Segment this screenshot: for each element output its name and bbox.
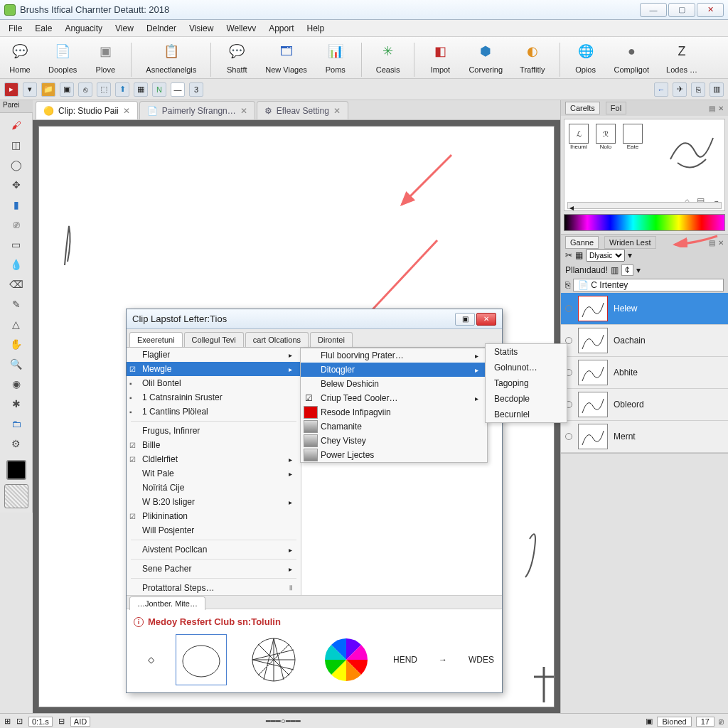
tb-icon[interactable]: 📁 bbox=[41, 82, 55, 97]
zoom-tool-icon[interactable]: 🔍 bbox=[8, 356, 25, 372]
dialog-bottom-tab[interactable]: …Jontber. Mite… bbox=[127, 595, 502, 609]
layer-item[interactable]: Oachain bbox=[561, 325, 728, 357]
ribbon-button[interactable]: ◧Impot bbox=[426, 40, 454, 77]
status-icon[interactable]: ⊡ bbox=[16, 717, 23, 726]
layer-item[interactable]: Helew bbox=[561, 293, 728, 325]
submenu-item[interactable]: ☑Criup Teed Cooler…▸ bbox=[301, 391, 487, 405]
panel-tab[interactable]: Fol bbox=[606, 102, 626, 114]
layer-item[interactable]: Mernt bbox=[561, 421, 728, 453]
tb-icon[interactable]: ⬆ bbox=[115, 82, 129, 97]
dialog-tab[interactable]: Dirontei bbox=[310, 332, 353, 347]
flyout-item[interactable]: Tagoping bbox=[486, 375, 567, 391]
submenu-item[interactable]: Belew Deshicin bbox=[301, 377, 487, 391]
dialog-restore-button[interactable]: ▣ bbox=[455, 313, 475, 326]
menu-item[interactable]: ☑Cldlelrfiet▸ bbox=[127, 452, 301, 466]
menu-item[interactable]: ☑Plikinination bbox=[127, 509, 301, 523]
submenu-item[interactable]: Power Ljectes bbox=[301, 448, 487, 462]
shape-tool-icon[interactable]: △ bbox=[8, 316, 25, 332]
menu-delnder[interactable]: Delnder bbox=[141, 22, 182, 35]
layer-item[interactable]: Obleord bbox=[561, 389, 728, 421]
submenu-item[interactable]: Resode Infipagviin bbox=[301, 405, 487, 419]
tb-icon[interactable]: N bbox=[152, 82, 166, 97]
tb-icon[interactable]: ⎋ bbox=[78, 82, 92, 97]
ribbon-button[interactable]: 📋Asnectlanelgis bbox=[143, 40, 199, 77]
submenu-item[interactable]: Flul boorving Prater…▸ bbox=[301, 348, 487, 363]
text-tool-icon[interactable]: ⎚ bbox=[8, 217, 25, 232]
dialog-close-button[interactable]: ✕ bbox=[476, 313, 496, 326]
preview-swatch[interactable]: ℒ bbox=[569, 124, 589, 144]
filter-input[interactable]: 📄 C Irtentey bbox=[573, 279, 724, 291]
tab-close-icon[interactable]: ✕ bbox=[123, 106, 130, 116]
hand-tool-icon[interactable]: ✋ bbox=[8, 336, 25, 352]
submenu-item[interactable]: Chey Vistey bbox=[301, 434, 487, 448]
color-fg-icon[interactable] bbox=[6, 460, 26, 480]
status-icon[interactable]: ⊟ bbox=[58, 717, 65, 726]
menu-item[interactable]: ▪1 Cantlins Plöleal bbox=[127, 405, 301, 419]
ribbon-button[interactable]: ⬢Corvering bbox=[466, 40, 505, 77]
menu-anguacity[interactable]: Anguacity bbox=[59, 22, 108, 35]
menu-item[interactable]: Frugus, Infinrer bbox=[127, 424, 301, 438]
menu-item[interactable]: ▪Olil Bontel bbox=[127, 376, 301, 390]
ribbon-button[interactable]: ✳Ceasis bbox=[373, 40, 403, 77]
ribbon-button[interactable]: 🗔New Viages bbox=[262, 40, 310, 77]
status-value[interactable]: 17 bbox=[696, 717, 714, 727]
tb-icon[interactable]: 3 bbox=[189, 82, 203, 97]
settings-tool-icon[interactable]: ⚙ bbox=[8, 436, 25, 451]
dialog-tab[interactable]: Collegul Tevi bbox=[184, 332, 244, 347]
zoom-field[interactable]: 0:1.s bbox=[28, 717, 53, 727]
filter-icon[interactable]: ⎘ bbox=[565, 280, 570, 290]
eraser-tool-icon[interactable]: ⌫ bbox=[8, 277, 25, 292]
oval-preview[interactable] bbox=[176, 634, 227, 685]
nav-back-icon[interactable]: ← bbox=[654, 82, 668, 97]
menu-item[interactable]: Aivstent Pocllcan▸ bbox=[127, 542, 301, 557]
ribbon-button[interactable]: ◐Traffitly bbox=[517, 40, 547, 77]
tab-close-icon[interactable]: ✕ bbox=[333, 106, 341, 116]
panel-tab[interactable]: Carelts bbox=[565, 102, 600, 114]
status-icon[interactable]: ⊞ bbox=[4, 717, 11, 726]
colorwheel-preview[interactable] bbox=[321, 634, 372, 685]
panel-tab[interactable]: Wriden Lest bbox=[604, 236, 656, 249]
tb-icon[interactable]: ▾ bbox=[23, 82, 37, 97]
canvas-viewport[interactable]: Clip Lapstof Lefter:Tios ▣ ✕ Exeeretuni … bbox=[33, 120, 560, 713]
texture-swatch-icon[interactable] bbox=[4, 484, 28, 508]
menu-view[interactable]: View bbox=[109, 22, 139, 35]
ribbon-button[interactable]: 📊Poms bbox=[321, 40, 350, 77]
nav-icon[interactable]: ✈ bbox=[673, 82, 687, 97]
opacity-field[interactable]: ¢ bbox=[621, 264, 633, 276]
layer-item[interactable]: Abhite bbox=[561, 357, 728, 389]
nav-icon[interactable]: ▥ bbox=[710, 82, 724, 97]
radial-preview[interactable] bbox=[248, 634, 299, 685]
ribbon-button[interactable]: ●Compligot bbox=[611, 40, 653, 77]
menu-item[interactable]: ☑Billle bbox=[127, 438, 301, 452]
status-tab[interactable]: Bioned bbox=[657, 717, 691, 727]
menu-item[interactable]: ☑Mewgle▸ bbox=[127, 362, 301, 376]
folder-tool-icon[interactable]: 🗀 bbox=[8, 416, 25, 432]
flyout-item[interactable]: Golnunot… bbox=[486, 360, 567, 375]
ribbon-button[interactable]: 💬Home bbox=[6, 40, 34, 77]
blend-mode-select[interactable]: Dlyasic bbox=[586, 249, 625, 262]
canvas-paper[interactable]: Clip Lapstof Lefter:Tios ▣ ✕ Exeeretuni … bbox=[38, 126, 555, 707]
flyout-item[interactable]: Becurnlel bbox=[486, 407, 567, 422]
preview-swatch[interactable]: ℛ bbox=[596, 124, 616, 144]
menu-item[interactable]: Protattoral Steps…⦀ bbox=[127, 581, 301, 595]
star-tool-icon[interactable]: ✱ bbox=[8, 396, 25, 412]
flyout-item[interactable]: Becdople bbox=[486, 391, 567, 407]
layer-tool-icon[interactable]: ▥ bbox=[611, 265, 619, 275]
color-spectrum[interactable] bbox=[564, 214, 725, 231]
menu-help[interactable]: Help bbox=[301, 22, 331, 35]
flyout-item[interactable]: Statits bbox=[486, 344, 567, 360]
selection-tool-icon[interactable]: ◫ bbox=[8, 137, 25, 153]
fill-tool-icon[interactable]: ▮ bbox=[8, 197, 25, 213]
minimize-button[interactable]: — bbox=[640, 3, 667, 17]
maximize-button[interactable]: ▢ bbox=[668, 3, 695, 17]
mode-field[interactable]: AID bbox=[70, 717, 90, 727]
tb-icon[interactable]: — bbox=[171, 82, 185, 97]
layer-tool-icon[interactable]: ▦ bbox=[575, 250, 583, 260]
tb-icon[interactable]: ▸ bbox=[4, 82, 18, 97]
preview-scroll[interactable]: ◂ bbox=[567, 202, 722, 209]
lasso-tool-icon[interactable]: ◯ bbox=[8, 157, 25, 173]
menu-item[interactable]: Wit Pale▸ bbox=[127, 466, 301, 481]
dialog-tab[interactable]: cart Olcations bbox=[245, 332, 309, 347]
picker-tool-icon[interactable]: ◉ bbox=[8, 376, 25, 392]
pen-tool-icon[interactable]: ✎ bbox=[8, 296, 25, 312]
